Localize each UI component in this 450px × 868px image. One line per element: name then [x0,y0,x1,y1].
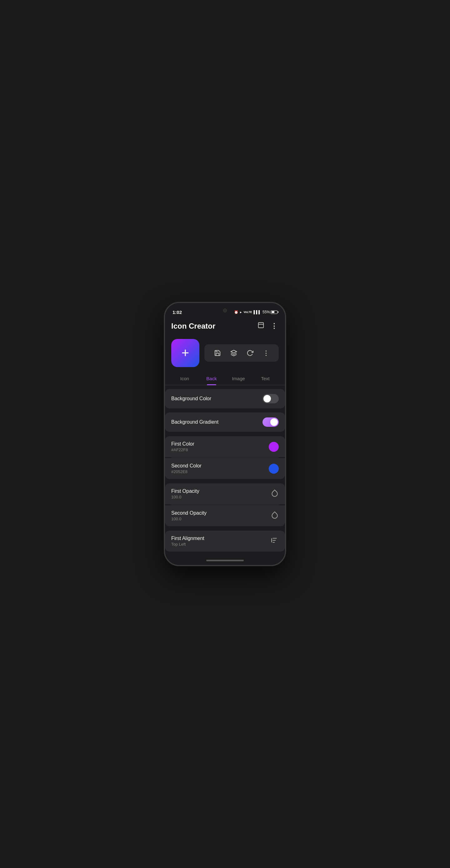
toggle-thumb-on [270,418,278,426]
second-color-text: Second Color #2052E8 [171,463,201,474]
first-alignment-label: First Alignment [171,536,204,541]
screen: 1:02 ⏰ ▸ VoLTE ▌▌▌ 55% Icon Creator [165,303,285,565]
first-alignment-row[interactable]: First Alignment Top Left [165,531,285,552]
toolbar: ⋮ [204,344,279,362]
background-gradient-label: Background Gradient [171,419,219,425]
background-color-label: Background Color [171,396,211,401]
volume-down-button[interactable] [164,361,165,372]
app-bar: Icon Creator ⋮ [165,317,285,335]
second-opacity-text: Second Opacity 100.0 [171,510,206,521]
layers-button[interactable] [229,348,238,358]
first-opacity-text: First Opacity 100.0 [171,488,199,499]
second-color-value: #2052E8 [171,469,201,474]
lte-icon: VoLTE [244,310,252,314]
battery-percent: 55% [262,310,270,314]
second-opacity-row[interactable]: Second Opacity 100.0 [165,505,285,526]
icon-preview-row: + [165,335,285,372]
battery-fill [271,311,275,313]
first-color-circle[interactable] [269,442,279,452]
tab-back[interactable]: Back [198,372,225,385]
section-gap-4 [165,479,285,483]
tab-icon[interactable]: Icon [171,372,198,385]
svg-marker-2 [231,350,236,353]
bluetooth-icon: ▸ [240,310,242,314]
first-alignment-icon[interactable] [270,536,279,546]
first-color-value: #AF22F8 [171,447,194,452]
first-color-row[interactable]: First Color #AF22F8 [165,436,285,457]
battery-indicator: 55% [262,310,278,314]
section-gap-1 [165,385,285,389]
front-camera [221,306,229,315]
section-gap-2 [165,409,285,412]
status-bar: 1:02 ⏰ ▸ VoLTE ▌▌▌ 55% [165,303,285,317]
refresh-button[interactable] [245,348,255,358]
camera-lens [223,309,227,312]
first-opacity-icon[interactable] [270,489,279,499]
window-icon-button[interactable] [256,320,266,332]
power-button[interactable] [285,353,286,370]
tabs: Icon Back Image Text [165,372,285,385]
alarm-icon: ⏰ [234,310,238,314]
phone-frame: 1:02 ⏰ ▸ VoLTE ▌▌▌ 55% Icon Creator [164,302,286,566]
signal-icon: ▌▌▌ [254,310,261,314]
more-tools-button[interactable]: ⋮ [262,348,270,358]
more-options-button[interactable]: ⋮ [269,321,279,332]
first-alignment-text: First Alignment Top Left [171,536,204,547]
divider-2 [171,505,279,505]
tab-text[interactable]: Text [252,372,279,385]
first-color-text: First Color #AF22F8 [171,441,194,452]
tab-image[interactable]: Image [225,372,252,385]
section-gap-3 [165,432,285,436]
icon-plus-symbol: + [182,346,189,360]
app-title: Icon Creator [171,322,215,331]
second-opacity-value: 100.0 [171,517,206,521]
settings-scroll[interactable]: Background Color Background Gradient Fir… [165,385,285,557]
first-opacity-row[interactable]: First Opacity 100.0 [165,484,285,504]
first-color-label: First Color [171,441,194,447]
volume-up-button[interactable] [164,347,165,358]
first-opacity-value: 100.0 [171,495,199,499]
first-alignment-value: Top Left [171,542,204,547]
section-gap-5 [165,527,285,530]
first-opacity-label: First Opacity [171,488,199,494]
background-color-toggle[interactable] [262,394,279,403]
status-icons: ⏰ ▸ VoLTE ▌▌▌ 55% [234,310,278,314]
second-color-row[interactable]: Second Color #2052E8 [165,458,285,479]
second-color-circle[interactable] [269,464,279,474]
second-opacity-label: Second Opacity [171,510,206,516]
svg-rect-0 [258,323,264,328]
icon-preview[interactable]: + [171,339,199,367]
second-opacity-icon[interactable] [270,511,279,521]
home-indicator [165,557,285,565]
background-color-row[interactable]: Background Color [165,389,285,408]
second-color-label: Second Color [171,463,201,469]
toggle-thumb [263,395,271,402]
save-button[interactable] [213,348,222,358]
home-bar [206,560,244,561]
section-gap-6 [165,552,285,556]
app-bar-actions: ⋮ [256,320,279,332]
background-gradient-toggle[interactable] [262,417,279,427]
battery-bar [270,310,278,314]
divider-1 [171,458,279,458]
background-gradient-row[interactable]: Background Gradient [165,412,285,432]
status-time: 1:02 [172,310,182,315]
